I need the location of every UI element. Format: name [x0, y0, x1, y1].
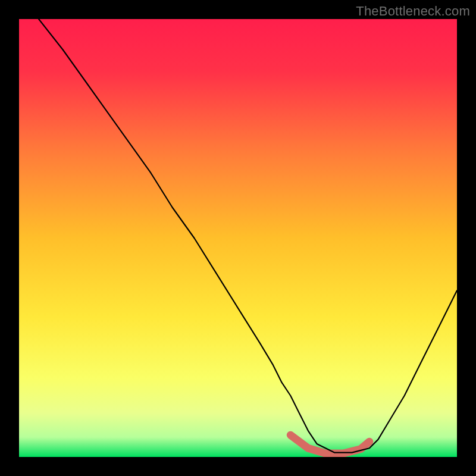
watermark-text: TheBottleneck.com [356, 4, 470, 19]
gradient-bg [19, 19, 457, 457]
chart-frame [19, 19, 457, 457]
chart-svg [19, 19, 457, 457]
